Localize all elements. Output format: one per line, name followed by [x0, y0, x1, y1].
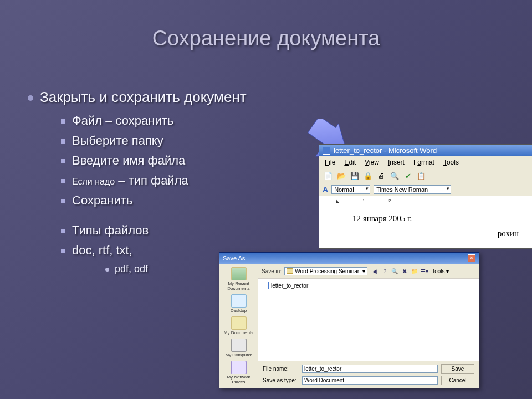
font-dropdown[interactable]: Times New Roman: [374, 185, 451, 194]
menu-view[interactable]: View: [361, 158, 382, 167]
bullet-item-1: Выберите папку: [61, 134, 247, 148]
savetype-dropdown[interactable]: Word Document: [302, 376, 438, 385]
word-window: letter_to_rector - Microsoft Word File E…: [319, 144, 532, 249]
save-in-dropdown[interactable]: Word Processing Seminar▾: [284, 267, 367, 275]
back-icon[interactable]: ◀: [370, 267, 379, 275]
word-ruler[interactable]: ◣ ·1·2·: [319, 196, 532, 206]
save-button[interactable]: Save: [441, 364, 474, 374]
word-document-area[interactable]: 12 января 2005 г. рохин: [319, 206, 532, 248]
places-mycomputer[interactable]: My Computer: [221, 337, 257, 359]
folder-icon: [231, 316, 247, 330]
views-icon[interactable]: ☰▾: [420, 267, 429, 275]
places-mydocs[interactable]: My Documents: [221, 315, 257, 336]
dialog-places-bar: My Recent Documents Desktop My Documents…: [219, 264, 258, 388]
new-doc-icon[interactable]: 📄: [323, 170, 334, 181]
search-icon[interactable]: 🔍: [390, 267, 399, 275]
bullet-item-3-suffix: – тип файла: [115, 173, 188, 187]
worddoc-icon: [262, 282, 269, 289]
bullet-item-4: Сохранить: [61, 193, 247, 208]
computer-icon: [231, 339, 247, 352]
places-desktop[interactable]: Desktop: [221, 293, 257, 314]
permission-icon[interactable]: 🔒: [362, 170, 374, 181]
bullet-item-3-prefix: Если надо: [72, 177, 115, 186]
places-mydocs-label: My Documents: [224, 330, 253, 335]
save-in-value: Word Processing Seminar: [295, 268, 359, 274]
bullet-item-0: Файл – сохранить: [61, 114, 247, 128]
dialog-titlebar[interactable]: Save As ×: [219, 253, 479, 264]
word-toolbar: 📄 📂 💾 🔒 🖨 🔍 ✔ 📋: [319, 168, 532, 183]
file-list[interactable]: letter_to_rector: [258, 279, 479, 361]
places-mycomputer-label: My Computer: [225, 352, 252, 357]
places-recent[interactable]: My Recent Documents: [221, 266, 257, 292]
menu-tools[interactable]: Tools: [440, 158, 462, 167]
dialog-title-text: Save As: [223, 255, 245, 262]
dialog-toolbar: Save in: Word Processing Seminar▾ ◀ ⤴ 🔍 …: [258, 264, 479, 279]
recent-icon: [231, 267, 247, 280]
font-size-icon[interactable]: A: [323, 185, 328, 194]
word-format-bar: A Normal Times New Roman: [319, 183, 532, 196]
menu-edit[interactable]: Edit: [341, 158, 359, 167]
print-preview-icon[interactable]: 🔍: [389, 170, 400, 181]
newfolder-icon[interactable]: 📁: [410, 267, 419, 275]
word-app-icon: [323, 147, 330, 155]
bullet-types-header: Типы файлов: [61, 223, 247, 238]
save-icon[interactable]: 💾: [349, 170, 360, 181]
network-icon: [231, 361, 247, 374]
dialog-bottom: File name: letter_to_rector Save Save as…: [258, 361, 479, 388]
bullet-item-3: Если надо – тип файла: [61, 173, 247, 188]
file-item[interactable]: letter_to_rector: [260, 281, 477, 290]
close-icon[interactable]: ×: [468, 254, 475, 262]
save-in-label: Save in:: [262, 268, 282, 274]
up-icon[interactable]: ⤴: [380, 267, 389, 275]
delete-icon[interactable]: ✖: [400, 267, 409, 275]
research-icon[interactable]: 📋: [416, 170, 427, 181]
menu-insert[interactable]: Insert: [385, 158, 408, 167]
filename-label: File name:: [263, 366, 299, 372]
save-as-dialog: Save As × My Recent Documents Desktop My…: [219, 252, 479, 388]
tools-dropdown[interactable]: Tools ▾: [432, 268, 449, 274]
word-menubar[interactable]: File Edit View Insert Format Tools: [319, 156, 532, 168]
cancel-button[interactable]: Cancel: [441, 376, 474, 385]
doc-name-fragment: рохин: [330, 229, 523, 238]
places-recent-label: My Recent Documents: [227, 281, 249, 291]
folder-icon: [287, 268, 293, 274]
desktop-icon: [231, 294, 247, 308]
places-desktop-label: Desktop: [231, 308, 247, 313]
slide-title: Сохранение документа: [0, 0, 532, 50]
bullet-item-2: Введите имя файла: [61, 154, 247, 168]
doc-date: 12 января 2005 г.: [330, 214, 523, 223]
slide-content: Закрыть и сохранить документ Файл – сохр…: [28, 89, 247, 279]
ruler-marker-icon[interactable]: ◣: [336, 198, 339, 203]
places-network-label: My Network Places: [227, 375, 250, 385]
open-icon[interactable]: 📂: [336, 170, 347, 181]
file-item-label: letter_to_rector: [271, 283, 308, 289]
savetype-label: Save as type:: [263, 377, 299, 383]
bullet-main: Закрыть и сохранить документ: [28, 89, 247, 106]
style-dropdown[interactable]: Normal: [331, 185, 370, 194]
word-titlebar[interactable]: letter_to_rector - Microsoft Word: [319, 145, 532, 156]
print-icon[interactable]: 🖨: [376, 170, 387, 181]
menu-file[interactable]: File: [321, 158, 339, 167]
places-network[interactable]: My Network Places: [221, 360, 257, 386]
word-title-text: letter_to_rector - Microsoft Word: [334, 146, 437, 155]
filename-input[interactable]: letter_to_rector: [302, 365, 438, 373]
menu-format[interactable]: Format: [410, 158, 438, 167]
spellcheck-icon[interactable]: ✔: [402, 170, 413, 181]
